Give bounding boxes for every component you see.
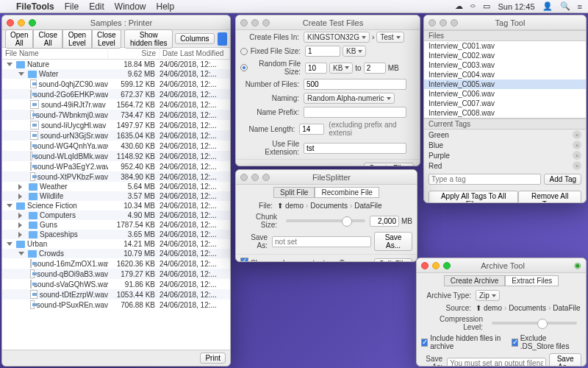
table-row[interactable]: sound-49iRJt7r.wav1564.72 KB24/06/2018, … (2, 99, 230, 110)
table-row[interactable]: sound-qBOi9aB3.wav179.27 KB24/06/2018, 1… (2, 269, 230, 279)
show-hidden-button[interactable]: Show hidden files (124, 29, 173, 49)
remove-all-tags-button[interactable]: Remove All Tags (518, 191, 581, 203)
extension-input[interactable] (304, 143, 406, 154)
list-item[interactable]: Interview_C001.wav (424, 41, 586, 51)
table-row[interactable]: sound-urN3GjSr.wav1635.04 KB24/06/2018, … (2, 130, 230, 141)
split-file-button[interactable]: Split File (374, 258, 412, 263)
header-date[interactable]: Date Last Modified (159, 48, 230, 59)
cloud-icon[interactable]: ☁ (455, 1, 463, 11)
table-row[interactable]: sound-WG4QnhYa.wav430.60 KB24/06/2018, 1… (2, 141, 230, 151)
breadcrumb[interactable]: ⬆ demo›Documents›DataFile (277, 202, 382, 210)
table-row[interactable]: sound-7Wbnkmj0.wav734.47 KB24/06/2018, 1… (2, 110, 230, 120)
disclosure-closed-icon[interactable] (18, 213, 25, 219)
tag-row[interactable]: Purple× (424, 150, 586, 160)
table-row[interactable]: Urban14.21 MB24/06/2018, 12:... (2, 239, 230, 249)
menu-edit[interactable]: Edit (89, 1, 104, 12)
menubar-app[interactable]: FileTools (16, 1, 54, 12)
disclosure-open-icon[interactable] (7, 242, 12, 246)
breadcrumb[interactable]: ⬆ demo›Documents›DataFile (476, 304, 581, 312)
tag-row[interactable]: Blue× (424, 140, 586, 150)
saveas-input[interactable] (272, 236, 371, 247)
random-max-input[interactable] (364, 63, 386, 74)
file-rows[interactable]: Nature18.84 MB24/06/2018, 12:...Water9.6… (2, 60, 230, 357)
chunk-slider[interactable] (286, 219, 365, 222)
table-row[interactable]: sound-sVaGQhWS.wav91.86 KB24/06/2018, 12… (2, 279, 230, 289)
close-icon[interactable] (421, 262, 429, 269)
disclosure-closed-icon[interactable] (18, 222, 25, 228)
spotlight-icon[interactable]: 🔍 (560, 1, 570, 11)
tab-recombine-file[interactable]: Recombine File (315, 187, 379, 198)
arc-saveas-button[interactable]: Save As... (549, 353, 581, 367)
prefix-input[interactable] (304, 107, 406, 118)
disclosure-open-icon[interactable] (7, 63, 12, 66)
list-item[interactable]: Interview_C002.wav (424, 51, 586, 60)
add-tag-button[interactable]: Add Tag (544, 174, 581, 185)
disclosure-closed-icon[interactable] (18, 194, 25, 199)
random-min-unit[interactable]: KB (329, 63, 353, 74)
fixed-radio[interactable] (240, 48, 248, 55)
table-row[interactable]: sound-tPSuxREn.wav706.88 KB24/06/2018, 1… (2, 300, 230, 310)
arc-saveas-input[interactable] (447, 358, 546, 367)
table-row[interactable]: Computers4.90 MB24/06/2018, 12:... (2, 210, 230, 220)
device-select[interactable]: KINGSTON32G (304, 32, 370, 43)
remove-tag-icon[interactable]: × (573, 161, 581, 170)
fixed-unit-select[interactable]: KB (343, 46, 366, 57)
chunk-input[interactable] (370, 216, 399, 227)
include-hidden-checkbox[interactable] (421, 339, 428, 347)
tag-file-list[interactable]: Interview_C001.wavInterview_C002.wavInte… (424, 41, 586, 118)
create-files-button[interactable]: Create Files (364, 163, 414, 166)
close-icon[interactable] (429, 19, 436, 26)
open-level-button[interactable]: Open Level (62, 29, 92, 49)
table-row[interactable]: sound-0qhjZC90.wav599.12 KB24/06/2018, 1… (2, 79, 230, 89)
table-row[interactable]: Nature18.84 MB24/06/2018, 12:... (2, 60, 230, 69)
tag-row[interactable]: Red× (424, 160, 586, 171)
namelen-input[interactable] (299, 124, 324, 135)
list-item[interactable]: Interview_C007.wav (424, 99, 586, 108)
tab-split-file[interactable]: Split File (273, 187, 315, 198)
tag-row[interactable]: Green× (424, 130, 586, 140)
list-item[interactable]: Interview_C004.wav (424, 70, 586, 79)
color-swatch-icon[interactable] (218, 32, 227, 46)
close-all-button[interactable]: Close All (33, 29, 62, 49)
list-item[interactable]: Interview_C003.wav (424, 60, 586, 70)
list-item[interactable]: Interview_C008.wav (424, 108, 586, 118)
table-row[interactable]: sound-16mZmOX1.wav1620.36 KB24/06/2018, … (2, 258, 230, 269)
disclosure-closed-icon[interactable] (18, 232, 25, 238)
table-row[interactable]: Weather5.64 MB24/06/2018, 12:... (2, 182, 230, 191)
table-row[interactable]: sound-WPa3EgY2.wav952.40 KB24/06/2018, 1… (2, 161, 230, 171)
close-icon[interactable] (240, 19, 248, 26)
menu-window[interactable]: Window (115, 1, 146, 12)
disclosure-open-icon[interactable] (18, 72, 24, 76)
naming-select[interactable]: Random Alpha-numeric (304, 93, 395, 104)
print-button[interactable]: Print (200, 353, 226, 364)
table-row[interactable]: sound-IiUycgHl.wav1497.97 KB24/06/2018, … (2, 120, 230, 130)
list-item[interactable]: Interview_C006.wav (424, 89, 586, 99)
compression-slider[interactable] (492, 322, 577, 325)
menubar-clock[interactable]: Sun 12:45 (498, 2, 534, 11)
disclosure-closed-icon[interactable] (18, 184, 25, 190)
menu-help[interactable]: Help (157, 1, 175, 12)
remove-tag-icon[interactable]: × (573, 141, 581, 149)
disclosure-open-icon[interactable] (7, 204, 12, 208)
tab-extract-files[interactable]: Extract Files (505, 275, 559, 286)
archive-type-select[interactable]: Zip (476, 290, 500, 301)
table-row[interactable]: sound-XtPVKbzF.wav384.90 KB24/06/2018, 1… (2, 171, 230, 182)
random-radio[interactable] (240, 64, 248, 71)
remove-tag-icon[interactable]: × (573, 151, 581, 160)
header-name[interactable]: File Name (2, 48, 108, 59)
random-min-input[interactable] (305, 63, 327, 74)
remove-tag-icon[interactable]: × (573, 130, 581, 139)
saveas-button[interactable]: Save As... (374, 232, 412, 251)
disclosure-open-icon[interactable] (18, 252, 24, 255)
list-item[interactable]: Interview_C005.wav (424, 79, 586, 89)
table-row[interactable]: Water9.62 MB24/06/2018, 12:... (2, 69, 230, 79)
showpkg-checkbox[interactable] (240, 258, 248, 262)
folder-select[interactable]: Test (376, 32, 404, 43)
tab-create-archive[interactable]: Create Archive (444, 275, 506, 286)
columns-button[interactable]: Columns (175, 33, 214, 44)
apply-all-tags-button[interactable]: Apply All Tags To All Files (429, 191, 518, 203)
header-size[interactable]: Size (108, 48, 159, 59)
wifi-icon[interactable]: ⌔ (470, 2, 476, 11)
table-row[interactable]: sound-tDtEzrpW.wav1053.44 KB24/06/2018, … (2, 289, 230, 300)
table-row[interactable]: Guns1787.54 KB24/06/2018, 12:... (2, 220, 230, 230)
